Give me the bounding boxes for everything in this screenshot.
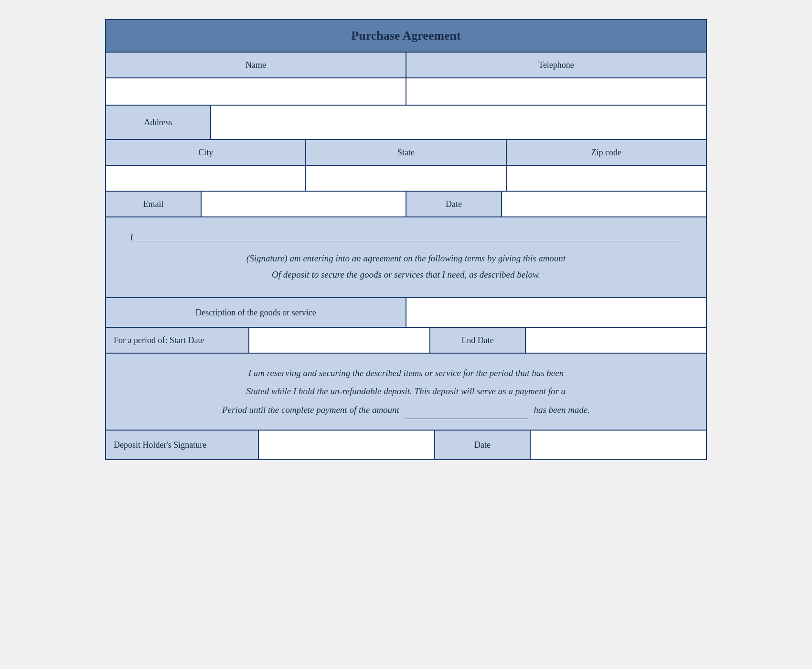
- deposit-date-label: Date: [435, 431, 531, 459]
- signature-text-block: (Signature) am entering into an agreemen…: [130, 250, 682, 283]
- signature-line2: Of deposit to secure the goods or servic…: [130, 267, 682, 283]
- reservation-line2: Stated while I hold the un-refundable de…: [130, 382, 682, 400]
- city-input[interactable]: [106, 166, 306, 191]
- city-state-zip-input-row: [106, 166, 706, 192]
- start-date-input[interactable]: [249, 328, 430, 353]
- city-state-zip-label-row: City State Zip code: [106, 140, 706, 166]
- description-label: Description of the goods or service: [106, 298, 406, 327]
- address-input[interactable]: [211, 106, 706, 139]
- signature-line-row: I: [130, 232, 682, 243]
- state-input[interactable]: [306, 166, 506, 191]
- date-label: Date: [406, 192, 502, 216]
- signature-i-text: I: [130, 232, 133, 243]
- zip-label: Zip code: [507, 140, 706, 165]
- description-input[interactable]: [406, 298, 706, 327]
- signature-line1: (Signature) am entering into an agreemen…: [130, 250, 682, 267]
- reservation-line3-post: has been made.: [534, 405, 590, 415]
- period-row: For a period of: Start Date End Date: [106, 328, 706, 354]
- state-label: State: [306, 140, 506, 165]
- name-tel-input-row: [106, 78, 706, 106]
- telephone-label: Telephone: [406, 53, 706, 77]
- description-row: Description of the goods or service: [106, 298, 706, 328]
- date-input[interactable]: [502, 192, 706, 216]
- name-tel-label-row: Name Telephone: [106, 53, 706, 78]
- email-input[interactable]: [202, 192, 406, 216]
- deposit-signature-input[interactable]: [259, 431, 435, 459]
- deposit-row: Deposit Holder's Signature Date: [106, 431, 706, 459]
- zip-input[interactable]: [507, 166, 706, 191]
- form-title-text: Purchase Agreement: [351, 29, 460, 43]
- reservation-line3: Period until the complete payment of the…: [130, 400, 682, 419]
- signature-underline[interactable]: [139, 241, 682, 241]
- signature-block: I (Signature) am entering into an agreem…: [106, 217, 706, 298]
- reservation-line3-pre: Period until the complete payment of the…: [222, 405, 399, 415]
- email-date-row: Email Date: [106, 192, 706, 217]
- reservation-block: I am reserving and securing the describe…: [106, 354, 706, 431]
- end-date-label: End Date: [430, 328, 526, 353]
- reservation-line1: I am reserving and securing the describe…: [130, 364, 682, 382]
- address-row: Address: [106, 106, 706, 140]
- email-label: Email: [106, 192, 202, 216]
- amount-underline[interactable]: [405, 400, 529, 419]
- city-label: City: [106, 140, 306, 165]
- telephone-input[interactable]: [406, 78, 706, 105]
- name-input[interactable]: [106, 78, 406, 105]
- deposit-date-input[interactable]: [531, 431, 706, 459]
- end-date-input[interactable]: [526, 328, 706, 353]
- name-label: Name: [106, 53, 406, 77]
- purchase-agreement-form: Purchase Agreement Name Telephone Addres…: [105, 19, 707, 460]
- period-label: For a period of: Start Date: [106, 328, 249, 353]
- reservation-text: I am reserving and securing the describe…: [130, 364, 682, 419]
- address-label: Address: [106, 106, 211, 139]
- form-title: Purchase Agreement: [106, 20, 706, 53]
- deposit-holder-label: Deposit Holder's Signature: [106, 431, 259, 459]
